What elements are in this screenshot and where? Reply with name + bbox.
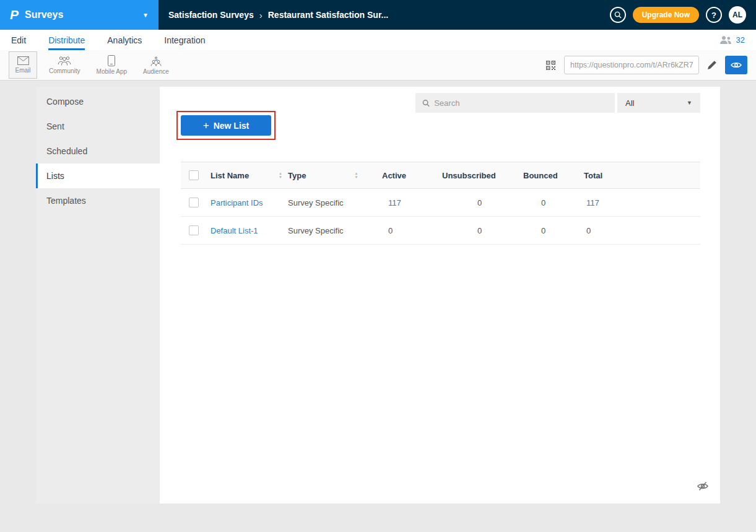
new-list-button-label: New List <box>214 121 250 131</box>
tab-edit[interactable]: Edit <box>11 30 26 50</box>
unsubscribed-count: 0 <box>442 198 523 207</box>
qr-code-icon <box>546 61 555 70</box>
table-row: Default List-1 Survey Specific 0 0 0 0 <box>181 217 700 245</box>
column-header-bounced: Bounced <box>523 171 584 180</box>
tab-distribute[interactable]: Distribute <box>48 30 85 50</box>
table-header-row: List Name ▲▼ Type ▲▼ Active Unsubscribed… <box>181 162 700 189</box>
list-name-link[interactable]: Default List-1 <box>211 226 258 235</box>
table-row: Participant IDs Survey Specific 117 0 0 … <box>181 189 700 217</box>
new-list-button[interactable]: + New List <box>181 115 271 136</box>
qr-code-button[interactable] <box>545 59 557 71</box>
svg-text:$: $ <box>154 56 157 62</box>
breadcrumb-parent[interactable]: Satisfaction Surveys <box>168 10 254 20</box>
breadcrumb-current: Restaurant Satisfaction Sur... <box>268 10 389 20</box>
mobile-app-icon <box>108 55 115 66</box>
survey-url-input[interactable] <box>570 61 693 69</box>
collaborators-count[interactable]: 32 <box>736 35 745 45</box>
questionpro-logo: P <box>10 7 19 22</box>
list-name-link[interactable]: Participant IDs <box>211 198 263 207</box>
help-button[interactable]: ? <box>706 7 722 23</box>
lists-search-input[interactable] <box>434 98 608 108</box>
row-checkbox[interactable] <box>189 198 199 207</box>
filter-selected-value: All <box>625 98 634 108</box>
channel-community-label: Community <box>49 68 80 74</box>
active-count: 0 <box>382 226 442 235</box>
collaborators-icon[interactable] <box>719 36 732 44</box>
chevron-down-icon: ▼ <box>687 100 692 106</box>
channel-email-label: Email <box>15 67 30 74</box>
breadcrumb: Satisfaction Surveys › Restaurant Satisf… <box>168 10 610 20</box>
pencil-icon <box>708 61 716 69</box>
top-bar-actions: Upgrade Now ? AL <box>610 6 756 24</box>
global-search-button[interactable] <box>610 7 626 23</box>
sort-icon[interactable]: ▲▼ <box>279 172 282 179</box>
tab-integration[interactable]: Integration <box>164 30 205 50</box>
sidebar-item-lists[interactable]: Lists <box>36 164 160 188</box>
tab-analytics[interactable]: Analytics <box>107 30 142 50</box>
breadcrumb-separator-icon: › <box>259 10 263 20</box>
lists-table: List Name ▲▼ Type ▲▼ Active Unsubscribed… <box>181 162 700 245</box>
eye-off-icon <box>697 481 709 491</box>
bounced-count: 0 <box>523 198 584 207</box>
select-all-checkbox[interactable] <box>189 170 199 180</box>
hide-columns-button[interactable] <box>697 481 709 491</box>
sidebar-item-templates[interactable]: Templates <box>36 188 160 213</box>
channel-mobile-app-label: Mobile App <box>97 68 127 75</box>
distribute-toolbar: Email Community Mobile App $ Audience <box>0 50 756 81</box>
column-header-list-name[interactable]: List Name <box>211 171 249 180</box>
survey-url-box <box>564 56 699 74</box>
list-type-filter-dropdown[interactable]: All ▼ <box>617 93 700 113</box>
new-list-annotation-box: + New List <box>176 111 276 140</box>
total-count-link[interactable]: 117 <box>586 198 599 207</box>
active-count-link[interactable]: 117 <box>388 198 401 207</box>
sidebar-item-compose[interactable]: Compose <box>36 89 160 114</box>
channel-community[interactable]: Community <box>45 51 85 79</box>
edit-url-button[interactable] <box>706 59 718 71</box>
chevron-down-icon: ▼ <box>142 12 149 19</box>
bounced-count: 0 <box>523 226 584 235</box>
email-icon <box>17 56 29 65</box>
channel-audience[interactable]: $ Audience <box>139 51 173 79</box>
channel-mobile-app[interactable]: Mobile App <box>92 51 131 79</box>
total-count: 0 <box>584 226 700 235</box>
top-bar: P Surveys ▼ Satisfaction Surveys › Resta… <box>0 0 756 30</box>
sidebar-item-scheduled[interactable]: Scheduled <box>36 139 160 164</box>
eye-icon <box>731 61 742 69</box>
lists-panel: All ▼ + New List List Name ▲▼ Type ▲▼ <box>160 87 720 504</box>
sort-icon[interactable]: ▲▼ <box>354 172 358 179</box>
search-icon <box>422 99 430 107</box>
product-switcher[interactable]: P Surveys ▼ <box>0 0 159 30</box>
audience-icon: $ <box>149 56 163 66</box>
sidebar-item-sent[interactable]: Sent <box>36 114 160 139</box>
column-header-type[interactable]: Type <box>288 171 306 180</box>
list-type: Survey Specific <box>288 198 382 207</box>
column-header-active: Active <box>382 171 442 180</box>
avatar[interactable]: AL <box>729 6 746 24</box>
channel-audience-label: Audience <box>143 68 169 75</box>
search-icon <box>614 11 622 19</box>
unsubscribed-count: 0 <box>442 226 523 235</box>
list-type: Survey Specific <box>288 226 382 235</box>
section-tabs: Edit Distribute Analytics Integration 32 <box>0 30 756 50</box>
upgrade-button[interactable]: Upgrade Now <box>633 7 699 23</box>
main-content: Compose Sent Scheduled Lists Templates A… <box>36 87 720 504</box>
community-icon <box>58 56 71 66</box>
plus-icon: + <box>203 120 209 131</box>
row-checkbox[interactable] <box>189 225 199 235</box>
column-header-total: Total <box>584 171 700 180</box>
distribute-sidebar: Compose Sent Scheduled Lists Templates <box>36 87 160 504</box>
channel-email[interactable]: Email <box>9 51 37 79</box>
lists-search-box <box>415 93 615 113</box>
product-title: Surveys <box>25 9 136 20</box>
preview-link-button[interactable] <box>725 56 747 74</box>
column-header-unsubscribed: Unsubscribed <box>442 171 523 180</box>
